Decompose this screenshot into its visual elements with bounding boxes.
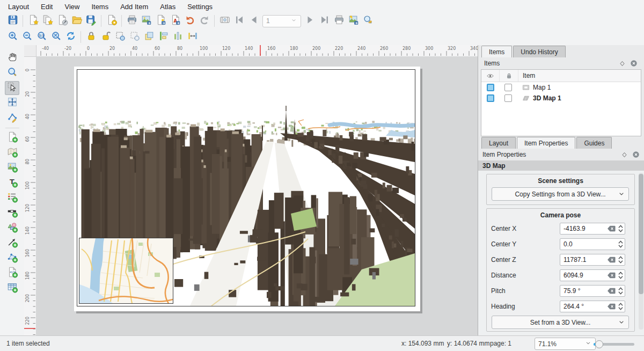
visibility-checkbox[interactable] — [487, 84, 494, 91]
map-1-item[interactable] — [79, 238, 173, 304]
tab-guides[interactable]: Guides — [576, 137, 612, 149]
add-label-button[interactable]: T — [5, 176, 19, 190]
menu-view[interactable]: View — [58, 0, 85, 13]
menu-items[interactable]: Items — [85, 0, 114, 13]
add-arrow-button[interactable] — [5, 236, 19, 250]
print-atlas-button[interactable] — [332, 14, 346, 28]
spin-arrows[interactable] — [617, 286, 625, 296]
move-item-content-button[interactable] — [5, 96, 19, 110]
add-table-button[interactable] — [5, 281, 19, 295]
visibility-checkbox[interactable] — [487, 94, 494, 102]
add-table-icon — [6, 281, 18, 295]
zoom-slider[interactable] — [594, 343, 634, 346]
add-scalebar-button[interactable] — [5, 206, 19, 220]
pitch-spinbox[interactable]: 75.9 ° — [560, 285, 625, 297]
close-panel-icon[interactable] — [631, 150, 640, 159]
center-x-spinbox[interactable]: -4163.9 — [560, 223, 625, 235]
center-y-spinbox[interactable]: 0.0 — [560, 238, 625, 250]
layout-manager-button[interactable] — [55, 14, 69, 28]
add-html-button[interactable]: </> — [5, 266, 19, 280]
undo-button[interactable] — [182, 14, 197, 28]
previous-feature-button[interactable] — [246, 14, 261, 28]
zoom-actual-button[interactable]: 1:1 — [34, 30, 49, 44]
new-layout-button[interactable] — [26, 14, 40, 28]
export-atlas-button[interactable] — [346, 14, 361, 28]
redo-button[interactable] — [197, 14, 211, 28]
resize-items-button[interactable] — [185, 30, 200, 44]
clear-field-icon[interactable] — [607, 303, 616, 310]
distribute-items-button[interactable] — [171, 30, 185, 44]
add-node-item-button[interactable] — [5, 251, 19, 265]
add-page-button[interactable] — [5, 131, 19, 145]
lock-checkbox[interactable] — [504, 84, 512, 91]
spin-arrows[interactable] — [617, 239, 625, 250]
atlas-settings-button[interactable] — [361, 14, 375, 28]
clear-field-icon[interactable] — [607, 256, 616, 264]
save-project-button[interactable] — [5, 14, 20, 28]
lock-items-button[interactable] — [84, 30, 98, 44]
spin-arrows[interactable] — [617, 270, 625, 281]
first-feature-button[interactable] — [232, 14, 246, 28]
set-from-3d-view-button[interactable]: Set from a 3D View... — [492, 316, 629, 329]
tab-items[interactable]: Items — [481, 46, 512, 57]
pan-tool-button[interactable] — [5, 51, 19, 65]
heading-spinbox[interactable]: 264.4 ° — [560, 301, 625, 312]
scrollbar-thumb[interactable] — [639, 174, 643, 294]
add-picture-button[interactable] — [5, 161, 19, 175]
copy-settings-button[interactable]: Copy Settings from a 3D View... — [492, 187, 629, 201]
table-row[interactable]: Map 1 — [481, 82, 641, 93]
raise-items-button[interactable] — [142, 30, 156, 44]
menu-layout[interactable]: Layout — [2, 0, 35, 13]
add-map-button[interactable] — [5, 146, 19, 160]
distance-spinbox[interactable]: 6094.9 — [560, 269, 625, 281]
3d-map-item[interactable] — [77, 69, 415, 306]
export-image-button[interactable] — [139, 14, 153, 28]
spin-arrows[interactable] — [617, 301, 625, 312]
next-feature-button[interactable] — [303, 14, 317, 28]
save-as-template-button[interactable] — [84, 14, 98, 28]
export-svg-button[interactable] — [153, 14, 168, 28]
atlas-page-combo[interactable]: 1 — [262, 15, 301, 27]
menu-settings[interactable]: Settings — [181, 0, 218, 13]
properties-scrollbar[interactable] — [639, 173, 643, 330]
zoom-slider-handle[interactable] — [595, 340, 603, 348]
clear-field-icon[interactable] — [607, 225, 616, 232]
align-items-button[interactable] — [156, 30, 171, 44]
menu-edit[interactable]: Edit — [35, 0, 58, 13]
select-move-item-button[interactable] — [5, 81, 19, 95]
float-panel-icon[interactable] — [620, 150, 629, 159]
close-panel-icon[interactable] — [629, 59, 638, 68]
clear-field-icon[interactable] — [607, 272, 616, 279]
spin-arrows[interactable] — [617, 223, 625, 234]
zoom-tool-button[interactable] — [5, 66, 19, 80]
lock-checkbox[interactable] — [504, 94, 512, 102]
center-z-spinbox[interactable]: 11787.1 — [560, 254, 625, 266]
menu-atlas[interactable]: Atlas — [154, 0, 181, 13]
zoom-out-button[interactable] — [20, 30, 34, 44]
zoom-full-button[interactable] — [49, 30, 63, 44]
clear-field-icon[interactable] — [607, 287, 616, 295]
print-layout-button[interactable] — [125, 14, 139, 28]
refresh-view-button[interactable] — [63, 30, 78, 44]
float-panel-icon[interactable] — [618, 59, 627, 68]
unlock-items-button[interactable] — [98, 30, 113, 44]
zoom-level-combo[interactable]: 71.1% — [535, 338, 596, 350]
tab-undo-history[interactable]: Undo History — [513, 46, 565, 57]
edit-nodes-button[interactable] — [5, 111, 19, 125]
last-feature-button[interactable] — [317, 14, 332, 28]
open-folder-button[interactable] — [69, 14, 84, 28]
export-pdf-button[interactable]: A — [168, 14, 182, 28]
tab-layout[interactable]: Layout — [481, 137, 516, 149]
add-legend-button[interactable] — [5, 191, 19, 205]
menu-add-item[interactable]: Add Item — [114, 0, 154, 13]
select-all-button[interactable] — [113, 30, 127, 44]
preview-atlas-button[interactable] — [217, 14, 232, 28]
add-shape-button[interactable] — [5, 221, 19, 235]
zoom-in-button[interactable] — [5, 30, 20, 44]
deselect-all-button[interactable] — [127, 30, 142, 44]
duplicate-layout-button[interactable] — [40, 14, 55, 28]
table-row[interactable]: 3D Map 1 — [481, 93, 641, 104]
tab-item-properties[interactable]: Item Properties — [517, 137, 575, 149]
page-setup-button[interactable] — [104, 14, 119, 28]
spin-arrows[interactable] — [617, 254, 625, 265]
